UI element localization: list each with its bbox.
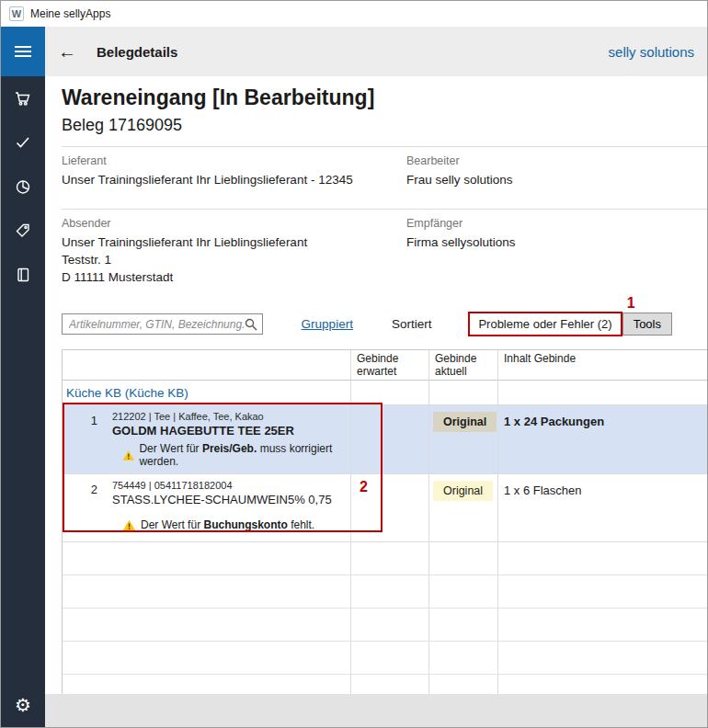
table-header: Gebinde erwartet Gebinde aktuell Inhalt … xyxy=(63,350,707,381)
pie-chart-icon[interactable] xyxy=(1,165,45,209)
row-number: 2 xyxy=(63,474,108,541)
search-icon[interactable] xyxy=(245,318,257,331)
field-lieferant: Lieferant Unser Trainingslieferant Ihr L… xyxy=(62,154,406,188)
field-bearbeiter: Bearbeiter Frau selly solutions xyxy=(406,154,707,188)
row-number: 1 xyxy=(63,405,108,473)
empty-row xyxy=(63,542,707,575)
menu-bar xyxy=(15,46,31,48)
col-header-inhalt-gebinde: Inhalt Gebinde xyxy=(497,350,707,380)
items-table: Gebinde erwartet Gebinde aktuell Inhalt … xyxy=(62,349,707,694)
field-value: Teststr. 1 xyxy=(62,251,406,268)
gebinde-aktuell-cell: Original xyxy=(428,474,497,541)
item-meta: 212202 | Tee | Kaffee, Tee, Kakao xyxy=(110,411,350,422)
warning-message: Der Wert für Buchungskonto fehlt. xyxy=(110,518,350,531)
inhalt-gebinde-cell: 1 x 6 Flaschen xyxy=(497,474,707,541)
header-spacer xyxy=(63,350,350,380)
empty-row xyxy=(63,609,707,642)
search-box[interactable] xyxy=(62,313,263,335)
column-divider xyxy=(497,350,498,694)
document-number: Beleg 17169095 xyxy=(62,116,707,135)
titlebar: W Meine sellyApps xyxy=(1,1,707,27)
original-badge[interactable]: Original xyxy=(433,481,493,501)
group-header[interactable]: Küche KB (Küche KB) xyxy=(63,381,707,405)
field-label: Empfänger xyxy=(406,217,707,230)
item-name: GOLDM HAGEBUTTE TEE 25ER xyxy=(110,424,350,438)
check-icon[interactable] xyxy=(1,120,45,165)
main-content: Wareneingang [In Bearbeitung] Beleg 1716… xyxy=(45,76,707,694)
search-input[interactable] xyxy=(69,318,245,331)
tools-button[interactable]: Tools xyxy=(622,313,672,336)
menu-bar xyxy=(15,51,31,52)
back-arrow-icon[interactable]: ← xyxy=(58,41,82,63)
item-meta: 754449 | 05411718182004 xyxy=(110,480,350,491)
fields-row-2: Absender Unser Trainingslieferant Ihr Li… xyxy=(62,210,707,295)
empty-row xyxy=(63,575,707,609)
field-value: Unser Trainingslieferant Ihr Lieblingsli… xyxy=(62,171,406,188)
cart-icon[interactable] xyxy=(1,76,45,120)
column-divider xyxy=(350,350,351,694)
footer xyxy=(45,694,707,727)
col-header-gebinde-erwartet: Gebinde erwartet xyxy=(350,350,428,380)
book-icon[interactable] xyxy=(1,253,45,297)
field-label: Bearbeiter xyxy=(406,154,707,167)
header-bar: ← Belegdetails selly solutions xyxy=(45,27,707,76)
menu-icon[interactable] xyxy=(1,27,45,76)
fields-row-1: Lieferant Unser Trainingslieferant Ihr L… xyxy=(62,147,707,198)
page-title: Belegdetails xyxy=(97,44,177,60)
field-value: Firma sellysolutions xyxy=(406,233,707,251)
annotation-marker-1: 1 xyxy=(627,295,635,312)
warning-icon xyxy=(122,449,134,461)
gebinde-erwartet-cell xyxy=(350,474,428,541)
app-window: W Meine sellyApps xyxy=(0,0,708,728)
warning-message: Der Wert für Preis/Geb. muss korrigiert … xyxy=(110,442,350,468)
field-label: Lieferant xyxy=(62,154,406,167)
field-value: D 11111 Musterstadt xyxy=(62,268,406,286)
field-value: Frau selly solutions xyxy=(406,171,707,188)
item-description-cell: 754449 | 05411718182004 STASS.LYCHEE-SCH… xyxy=(108,474,350,541)
problems-filter-label: Probleme oder Fehler (2) xyxy=(478,317,611,331)
table-row[interactable]: 2 754449 | 05411718182004 STASS.LYCHEE-S… xyxy=(63,474,707,542)
warning-text: Der Wert für Preis/Geb. muss korrigiert … xyxy=(139,442,350,468)
item-name: STASS.LYCHEE-SCHAUMWEIN5% 0,75 xyxy=(110,493,350,506)
field-absender: Absender Unser Trainingslieferant Ihr Li… xyxy=(62,217,406,286)
column-divider xyxy=(428,350,429,694)
field-value: Unser Trainingslieferant Ihr Lieblingsli… xyxy=(62,233,406,251)
toolbar: Gruppiert Sortiert Probleme oder Fehler … xyxy=(62,312,707,336)
table-row[interactable]: 1 212202 | Tee | Kaffee, Tee, Kakao GOLD… xyxy=(63,405,707,474)
field-label: Absender xyxy=(62,217,406,230)
empty-row xyxy=(63,675,707,694)
document-title: Wareneingang [In Bearbeitung] xyxy=(62,85,707,110)
brand-label: selly solutions xyxy=(609,44,694,60)
app-title: Meine sellyApps xyxy=(30,7,110,20)
warning-text: Der Wert für Buchungskonto fehlt. xyxy=(141,518,314,531)
item-description-cell: 212202 | Tee | Kaffee, Tee, Kakao GOLDM … xyxy=(108,405,350,473)
menu-bar xyxy=(15,55,31,57)
original-badge[interactable]: Original xyxy=(433,412,497,432)
tag-icon[interactable] xyxy=(1,209,45,253)
warning-icon xyxy=(122,519,136,531)
sorted-link[interactable]: Sortiert xyxy=(392,317,432,331)
col-header-gebinde-aktuell: Gebinde aktuell xyxy=(428,350,497,380)
gebinde-aktuell-cell: Original xyxy=(428,405,497,473)
empty-row xyxy=(63,642,707,675)
field-empfaenger: Empfänger Firma sellysolutions xyxy=(406,217,707,286)
sidebar: ⚙ xyxy=(1,27,45,727)
problems-filter[interactable]: Probleme oder Fehler (2) 1 xyxy=(468,312,622,336)
inhalt-gebinde-cell: 1 x 24 Packungen xyxy=(497,405,707,473)
gear-icon[interactable]: ⚙ xyxy=(1,683,45,727)
app-icon: W xyxy=(9,6,24,21)
grouped-link[interactable]: Gruppiert xyxy=(302,317,353,331)
gebinde-erwartet-cell xyxy=(350,405,428,473)
